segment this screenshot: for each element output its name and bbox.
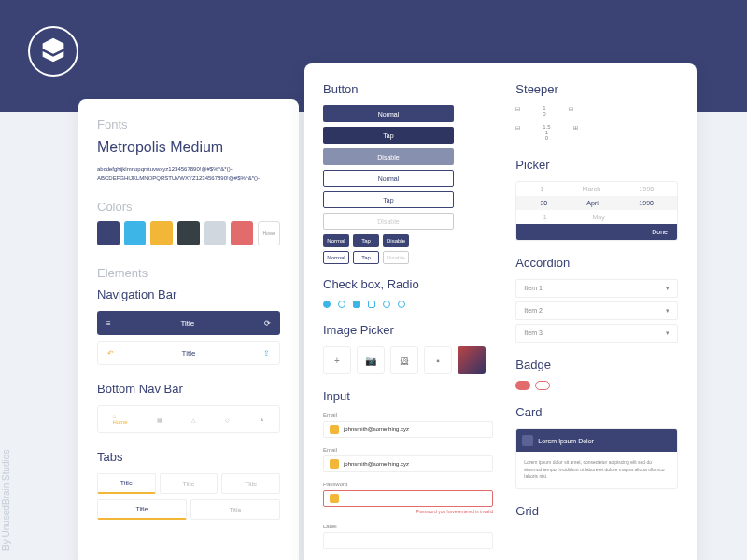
swatch-blue[interactable] <box>124 221 147 245</box>
nav-item[interactable]: ▦ <box>157 416 162 423</box>
tab[interactable]: Title <box>190 499 280 520</box>
checkbox-on[interactable] <box>353 301 360 308</box>
nav-home[interactable]: ⌂Home <box>113 413 128 425</box>
swatch-dark[interactable] <box>177 221 200 245</box>
lock-icon <box>330 494 339 503</box>
btn-sm-tap-o[interactable]: Tap <box>353 251 379 264</box>
picker-heading: Picker <box>515 158 678 172</box>
swatch-yellow[interactable] <box>150 221 173 245</box>
camera-icon[interactable]: 📷 <box>357 346 385 374</box>
accordion-item[interactable]: Item 2▾ <box>515 301 678 320</box>
tab[interactable]: Title <box>160 473 218 494</box>
swatch-navy[interactable] <box>97 221 120 245</box>
btn-sm-tap[interactable]: Tap <box>353 234 379 247</box>
bottomnav-heading: Bottom Nav Bar <box>97 382 280 396</box>
nav-item[interactable]: ▲ <box>259 416 264 422</box>
picker-done[interactable]: Done <box>516 224 677 240</box>
radio-off[interactable] <box>398 301 405 308</box>
colors-heading: Colors <box>97 200 280 214</box>
navbar-title: Title <box>182 349 196 357</box>
stepper-row: ⊟ 10 ⊞ <box>515 105 678 117</box>
btn-sm-normal[interactable]: Normal <box>323 234 349 247</box>
email-field[interactable]: johnsmith@something.xyz <box>323 421 493 438</box>
image-thumb[interactable] <box>458 346 486 374</box>
chevron-down-icon: ▾ <box>666 307 669 315</box>
password-field[interactable] <box>323 490 493 507</box>
accordion-item[interactable]: Item 1▾ <box>515 279 678 298</box>
radio-on[interactable] <box>323 301 331 308</box>
menu-icon[interactable]: ≡ <box>106 319 111 328</box>
minus-icon[interactable]: ⊟ <box>515 105 520 117</box>
nav-item[interactable]: △ <box>191 416 196 423</box>
badge-filled <box>515 381 530 390</box>
swatch-hover[interactable]: Hover <box>258 221 280 245</box>
card-title: Lorem Ipsum Dolor <box>538 438 594 444</box>
card-heading: Card <box>515 405 678 419</box>
image-icon[interactable]: 🖼 <box>390 346 418 374</box>
minus-icon[interactable]: ⊟ <box>515 124 520 141</box>
btn-sm-disable: Disable <box>383 234 409 247</box>
add-image[interactable]: + <box>323 346 351 374</box>
tabs-row: Title Title Title <box>97 473 280 494</box>
error-text: Password you have entered is invalid <box>323 509 493 514</box>
email-field[interactable]: johnsmith@something.xyz <box>323 455 493 472</box>
share-icon[interactable]: ⇪ <box>263 349 270 357</box>
btn-sm-normal-o[interactable]: Normal <box>323 251 349 264</box>
panel-right: Button Normal Tap Disable Normal Tap Dis… <box>304 63 697 560</box>
checks-row <box>323 301 493 308</box>
button-disable-outline: Disable <box>323 213 454 230</box>
input-email-2: Email johnsmith@something.xyz <box>323 447 493 472</box>
plus-icon[interactable]: ⊞ <box>573 124 578 141</box>
checkbox-off[interactable] <box>368 301 375 308</box>
navbar-light: ↶ Title ⇪ <box>97 341 280 365</box>
date-picker[interactable]: 1March1990 30April1990 1May Done <box>515 181 678 241</box>
plus-icon[interactable]: ⊞ <box>569 105 573 117</box>
image-picker-row: + 📷 🖼 ▪ <box>323 346 493 374</box>
chevron-down-icon: ▾ <box>666 285 669 292</box>
fonts-heading: Fonts <box>97 118 280 132</box>
mail-icon <box>330 425 339 434</box>
swatch-grey[interactable] <box>204 221 227 245</box>
brand-logo <box>28 26 78 77</box>
tab-active[interactable]: Title <box>97 499 187 520</box>
input-password: Password Password you have entered is in… <box>323 482 493 514</box>
gallery-icon[interactable]: ▪ <box>424 346 452 374</box>
bottom-nav: ⌂Home ▦ △ ◇ ▲ <box>97 405 280 433</box>
steeper-heading: Steeper <box>515 82 678 96</box>
badge-heading: Badge <box>515 357 678 371</box>
accordion-item[interactable]: Item 3▾ <box>515 324 678 343</box>
tab[interactable]: Title <box>221 473 280 494</box>
side-title: BlueMonkey Mobile UI KIT By UnusedBrain … <box>0 375 11 551</box>
btn-sm-disable-o: Disable <box>383 251 409 264</box>
back-icon[interactable]: ↶ <box>107 349 114 357</box>
button-tap-filled[interactable]: Tap <box>323 127 454 144</box>
grid-heading: Grid <box>515 504 678 518</box>
text-field[interactable] <box>323 532 493 549</box>
imagepicker-heading: Image Picker <box>323 323 493 337</box>
color-swatches: Hover <box>97 221 280 245</box>
button-heading: Button <box>323 82 493 96</box>
navbar-title: Title <box>180 319 194 328</box>
input-heading: Input <box>323 389 493 403</box>
swatch-red[interactable] <box>231 221 253 245</box>
checkbox-heading: Check box, Radio <box>323 277 493 291</box>
action-icon[interactable]: ⟳ <box>264 319 271 328</box>
stepper-row: ⊟ 1.510 ⊞ <box>515 124 678 141</box>
panel-left: Fonts Metropolis Medium abcdefghijklmnop… <box>78 99 299 560</box>
tabs-heading: Tabs <box>97 450 280 464</box>
button-normal-filled[interactable]: Normal <box>323 105 454 122</box>
button-tap-outline[interactable]: Tap <box>323 191 454 208</box>
card-body: Lorem ipsum dolor sit amet, consectetur … <box>516 452 677 488</box>
tab-active[interactable]: Title <box>97 473 156 494</box>
nav-item[interactable]: ◇ <box>225 416 230 423</box>
font-name: Metropolis Medium <box>97 139 280 156</box>
card-sample: Lorem Ipsum Dolor Lorem ipsum dolor sit … <box>515 428 678 489</box>
chevron-down-icon: ▾ <box>666 329 669 337</box>
radio-off[interactable] <box>338 301 345 308</box>
card-avatar <box>522 435 533 446</box>
input-email: Email johnsmith@something.xyz <box>323 413 493 438</box>
kit-byline: By UnusedBrain Studios <box>1 375 11 551</box>
button-normal-outline[interactable]: Normal <box>323 170 454 187</box>
badges-row <box>515 381 678 390</box>
radio-off[interactable] <box>383 301 390 308</box>
